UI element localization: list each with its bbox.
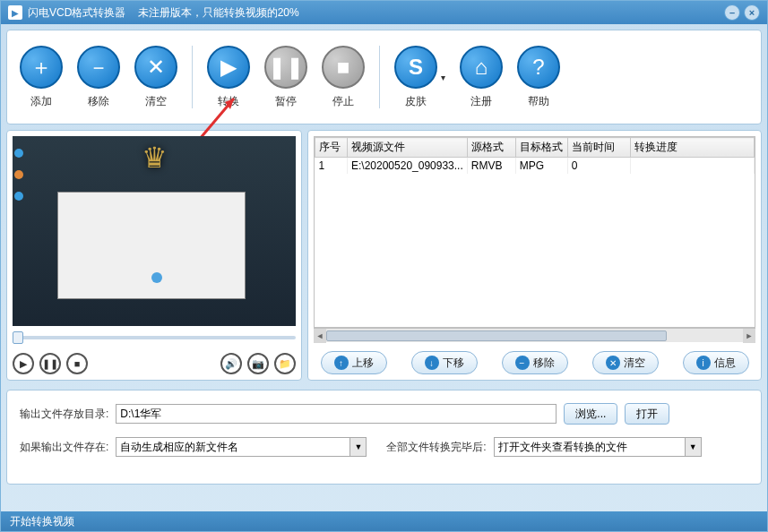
cell-curtime: 0 [567,158,630,175]
up-label: 上移 [352,356,374,371]
col-dstfmt[interactable]: 目标格式 [515,138,567,158]
version-note-text: 未注册版本，只能转换视频的20% [138,6,299,19]
volume-button[interactable]: 🔊 [220,353,242,374]
scroll-left-arrow[interactable]: ◄ [314,329,326,343]
output-dir-label: 输出文件存放目录: [20,407,108,422]
folder-button[interactable]: 📁 [274,353,296,374]
skin-dropdown-arrow[interactable]: ▾ [441,73,445,82]
move-down-button[interactable]: ↓下移 [411,351,478,374]
titlebar: ▶ 闪电VCD格式转换器 未注册版本，只能转换视频的20% – × [1,1,767,24]
app-icon: ▶ [8,5,22,20]
preview-play-button[interactable]: ▶ [13,353,34,374]
clear-label: 清空 [145,94,167,109]
x-icon: ✕ [134,46,177,89]
register-button[interactable]: ⌂ 注册 [460,46,503,109]
output-settings-panel: 输出文件存放目录: 浏览... 打开 如果输出文件存在: 自动生成相应的新文件名… [6,390,762,485]
scroll-right-arrow[interactable]: ► [743,329,755,343]
preview-controls: ▶ ❚❚ ■ 🔊 📷 📁 [13,353,296,374]
file-table[interactable]: 序号 视频源文件 源格式 目标格式 当前时间 转换进度 1E:\20200520… [314,136,755,328]
table-row[interactable]: 1E:\20200520_090933...RMVBMPG0 [315,158,755,175]
status-text: 开始转换视频 [10,514,74,529]
col-curtime[interactable]: 当前时间 [567,138,630,158]
remove-button[interactable]: － 移除 [77,46,120,109]
minimize-button[interactable]: – [724,4,740,21]
col-source[interactable]: 视频源文件 [348,138,468,158]
pause-label: 暂停 [275,94,297,109]
if-exists-label: 如果输出文件存在: [20,440,108,455]
preview-pause-button[interactable]: ❚❚ [39,353,61,374]
after-done-value: 打开文件夹查看转换的文件 [498,440,627,455]
preview-stop-button[interactable]: ■ [66,353,88,374]
horizontal-scrollbar[interactable]: ◄ ► [314,328,755,342]
minus-icon: － [77,46,120,89]
pause-icon: ❚❚ [264,46,307,89]
browse-button[interactable]: 浏览... [564,403,617,425]
cell-dstfmt: MPG [515,158,567,175]
list-clear-button[interactable]: ✕清空 [592,351,659,374]
question-icon: ? [517,46,560,89]
info-button[interactable]: i信息 [683,351,749,374]
preview-panel: ♛ ▶ ❚❚ ■ 🔊 📷 📁 [6,130,302,381]
lremove-label: 移除 [533,356,555,371]
app-window: ▶ 闪电VCD格式转换器 未注册版本，只能转换视频的20% – × ＋ 添加 －… [0,0,768,532]
video-preview[interactable]: ♛ [13,136,296,326]
pause-button[interactable]: ❚❚ 暂停 [264,46,307,109]
table-header-row: 序号 视频源文件 源格式 目标格式 当前时间 转换进度 [315,138,755,158]
close-button[interactable]: × [744,4,760,21]
preview-figure: ♛ [142,141,168,175]
lclear-label: 清空 [624,356,645,371]
skin-label: 皮肤 [405,94,427,109]
add-button[interactable]: ＋ 添加 [20,46,63,109]
cell-progress [630,158,754,175]
col-progress[interactable]: 转换进度 [630,138,754,158]
status-bar: 开始转换视频 [1,511,767,531]
cell-index: 1 [315,158,348,175]
arrow-down-icon: ↓ [425,356,439,370]
home-icon: ⌂ [460,46,503,89]
chevron-down-icon: ▼ [685,438,701,456]
chevron-down-icon: ▼ [349,438,366,456]
convert-button[interactable]: ▶ 转换 [207,46,250,109]
separator [192,46,193,108]
snapshot-button[interactable]: 📷 [247,353,269,374]
play-icon: ▶ [207,46,250,89]
main-toolbar: ＋ 添加 － 移除 ✕ 清空 ▶ 转换 ❚❚ 暂停 ■ 停止 S 皮肤 ▾ [6,30,762,124]
info-icon: i [696,356,711,370]
clear-button[interactable]: ✕ 清空 [134,46,177,109]
separator [379,46,380,108]
preview-loading-icon [151,272,162,283]
skin-button[interactable]: S 皮肤 [394,46,437,109]
info-label: 信息 [714,356,736,371]
scroll-thumb[interactable] [326,330,667,341]
output-dir-input[interactable] [116,404,557,424]
slider-thumb[interactable] [13,331,23,344]
arrow-up-icon: ↑ [334,356,349,370]
x-icon: ✕ [606,356,620,370]
preview-inner-window [57,192,246,299]
cell-source: E:\20200520_090933... [348,158,468,175]
file-list-panel: 序号 视频源文件 源格式 目标格式 当前时间 转换进度 1E:\20200520… [307,130,762,381]
open-folder-button[interactable]: 打开 [625,403,669,425]
add-label: 添加 [30,94,52,109]
skin-icon: S [394,46,437,89]
move-up-button[interactable]: ↑上移 [321,351,387,374]
col-index[interactable]: 序号 [315,138,348,158]
window-title: 闪电VCD格式转换器 未注册版本，只能转换视频的20% [28,5,721,21]
stop-button[interactable]: ■ 停止 [322,46,365,109]
stop-label: 停止 [332,94,354,109]
if-exists-value: 自动生成相应的新文件名 [120,440,238,455]
content-row: ♛ ▶ ❚❚ ■ 🔊 📷 📁 [6,130,762,381]
help-button[interactable]: ? 帮助 [517,46,560,109]
after-done-combo[interactable]: 打开文件夹查看转换的文件 ▼ [494,437,702,457]
if-exists-combo[interactable]: 自动生成相应的新文件名 ▼ [116,437,367,457]
app-name-text: 闪电VCD格式转换器 [28,6,125,19]
list-remove-button[interactable]: −移除 [502,351,568,374]
register-label: 注册 [470,94,492,109]
help-label: 帮助 [528,94,549,109]
convert-label: 转换 [218,94,239,109]
preview-desktop-icons [14,149,23,201]
stop-icon: ■ [322,46,365,89]
seek-slider[interactable] [13,330,296,346]
minus-icon: − [515,356,530,370]
col-srcfmt[interactable]: 源格式 [467,138,515,158]
